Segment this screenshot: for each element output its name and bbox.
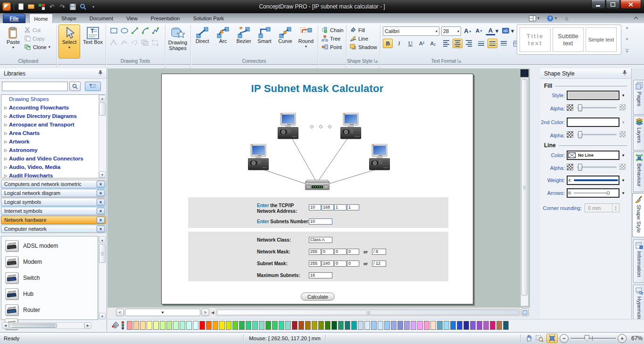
transform-tool-icon[interactable]: [151, 39, 160, 47]
ribbon-tab[interactable]: Shape: [55, 14, 83, 23]
gallery-scroll-up-icon[interactable]: ▲: [625, 25, 629, 30]
rectangle-tool-icon[interactable]: [109, 26, 118, 35]
connector-curve-button[interactable]: Curve: [275, 25, 295, 59]
text-box-button[interactable]: T Text Box: [82, 25, 104, 59]
zoom-select-icon[interactable]: [534, 334, 545, 343]
mask-octet[interactable]: 0: [322, 249, 334, 255]
superscript-button[interactable]: A²: [417, 39, 427, 48]
dropdown-arrow-icon[interactable]: ▼: [619, 91, 627, 100]
collapse-ribbon-icon[interactable]: [634, 15, 638, 22]
point-button[interactable]: Point: [322, 43, 342, 51]
select-button[interactable]: Select▾: [58, 25, 80, 59]
library-shape-item[interactable]: Hub: [5, 287, 98, 301]
mask-octet[interactable]: 240: [322, 260, 334, 267]
color-swatch[interactable]: [338, 321, 344, 330]
library-tree-item[interactable]: ▷Audit Flowcharts: [1, 171, 105, 178]
computer-node[interactable]: [369, 144, 390, 170]
color-swatch[interactable]: [424, 321, 429, 330]
library-shape-item[interactable]: Router: [5, 303, 98, 317]
align-center-button[interactable]: [453, 39, 462, 48]
tab-layers[interactable]: Layers: [633, 116, 644, 151]
color-swatch[interactable]: [483, 321, 489, 330]
line-weight-dropdown[interactable]: 4:: [567, 176, 619, 185]
fill-color-bucket-icon[interactable]: [110, 321, 120, 330]
maximize-button[interactable]: [606, 0, 620, 9]
color-swatch[interactable]: [437, 321, 443, 330]
ip-octet-input[interactable]: 1: [334, 204, 347, 210]
color-swatch[interactable]: [213, 321, 218, 330]
subscript-button[interactable]: A₂: [428, 39, 438, 48]
color-swatch[interactable]: [219, 321, 225, 330]
tab-behaviour[interactable]: Behaviour: [633, 151, 644, 192]
library-bar[interactable]: Computers and network isometric ×: [1, 180, 106, 188]
connector-bezier-button[interactable]: Bezier: [234, 25, 254, 59]
library-tree-item[interactable]: ▷Aerospace and Transport: [1, 120, 105, 129]
library-bar[interactable]: Logical symbols ×: [1, 198, 106, 206]
gallery-title-text[interactable]: Title text: [520, 27, 551, 52]
line-arrows-dropdown[interactable]: 0:: [567, 188, 619, 198]
fit-page-button[interactable]: [546, 334, 558, 343]
close-library-icon[interactable]: ×: [97, 217, 105, 223]
align-left-button[interactable]: [441, 39, 451, 48]
cut-button[interactable]: Cut: [25, 26, 41, 34]
canvas-vscrollbar[interactable]: [520, 78, 528, 306]
connector-direct-button[interactable]: Direct: [192, 25, 212, 59]
close-button[interactable]: [620, 0, 641, 9]
line-tool-icon[interactable]: [130, 26, 139, 35]
color-swatch[interactable]: [226, 321, 231, 330]
color-swatch[interactable]: [239, 321, 245, 330]
close-library-icon[interactable]: ×: [97, 226, 105, 232]
gallery-simple-text[interactable]: Simple text: [586, 27, 617, 52]
search-button[interactable]: [69, 82, 81, 91]
connector-arc-button[interactable]: Arc: [213, 25, 233, 59]
scroll-left-icon[interactable]: ◀: [211, 310, 214, 315]
mask-octet[interactable]: 0: [347, 260, 359, 267]
color-swatch[interactable]: [140, 321, 146, 330]
split-view-button[interactable]: [520, 69, 528, 77]
group-tool-icon[interactable]: [140, 39, 149, 47]
ip-octet-input[interactable]: 168: [322, 204, 334, 210]
gallery-subtitle-text[interactable]: Subtitle text: [553, 27, 584, 52]
ip-octet-input[interactable]: 1: [347, 204, 359, 210]
color-swatch[interactable]: [298, 321, 304, 330]
ip-octet-input[interactable]: 10: [309, 204, 321, 210]
color-swatch[interactable]: [417, 321, 423, 330]
underline-button[interactable]: U: [405, 39, 415, 48]
shrink-font-button[interactable]: A▼: [474, 26, 484, 35]
color-swatch[interactable]: [477, 321, 482, 330]
connector-round-button[interactable]: Round▾: [296, 25, 316, 59]
pan-hand-icon[interactable]: [524, 334, 534, 343]
ribbon-tab[interactable]: Document: [83, 14, 120, 23]
color-swatch[interactable]: [404, 321, 410, 330]
paste-button[interactable]: Paste▾: [4, 25, 23, 59]
computer-node[interactable]: [340, 113, 361, 139]
subnets-number-input[interactable]: 10: [309, 218, 332, 225]
color-swatch[interactable]: [206, 321, 212, 330]
tree-scrollbar[interactable]: ▲ ▼: [99, 95, 106, 178]
lasso-tool-icon[interactable]: [130, 39, 139, 47]
gallery-expand-icon[interactable]: ▼: [625, 49, 629, 54]
zoom-out-button[interactable]: −: [560, 334, 569, 343]
tree-button[interactable]: Tree: [322, 34, 340, 42]
dialog-launcher-icon[interactable]: [374, 59, 378, 63]
color-swatch[interactable]: [411, 321, 416, 330]
color-swatch[interactable]: [272, 321, 278, 330]
tab-information[interactable]: Information: [633, 239, 644, 283]
highlight-button[interactable]: ab: [501, 26, 511, 35]
library-tree-item[interactable]: ▷Audio and Video Connectors: [1, 154, 105, 163]
drawing-shapes-button[interactable]: Drawing Shapes: [166, 25, 190, 59]
second-alpha-slider[interactable]: [577, 131, 617, 138]
color-swatch[interactable]: [318, 321, 324, 330]
mask-octet[interactable]: 255: [309, 260, 321, 267]
pin-icon[interactable]: [622, 70, 627, 77]
color-swatch[interactable]: [351, 321, 357, 330]
color-swatch[interactable]: [147, 321, 152, 330]
library-search-input[interactable]: [2, 82, 68, 91]
color-swatch[interactable]: [450, 321, 456, 330]
color-swatch[interactable]: [232, 321, 238, 330]
clone-button[interactable]: Clone▾: [25, 43, 50, 51]
tab-pages[interactable]: Pages: [633, 80, 644, 115]
close-library-icon[interactable]: ×: [97, 181, 105, 187]
computer-node[interactable]: [278, 113, 298, 139]
color-swatch[interactable]: [259, 321, 264, 330]
